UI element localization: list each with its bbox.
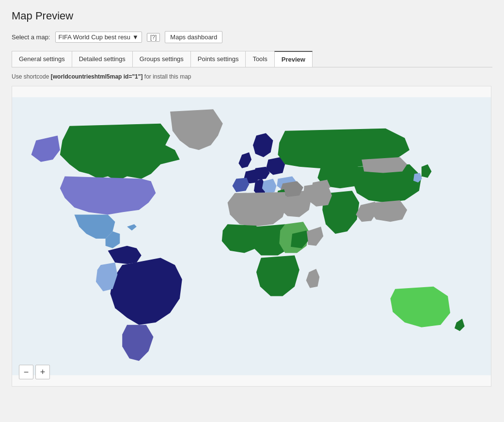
zoom-out-button[interactable]: − <box>19 365 33 379</box>
map-select-dropdown[interactable]: FIFA World Cup best resu ▼ <box>55 32 142 43</box>
map-container: − + <box>12 86 491 387</box>
tab-preview[interactable]: Preview <box>274 51 313 67</box>
zoom-controls: − + <box>19 365 50 379</box>
tab-tools[interactable]: Tools <box>245 51 274 67</box>
tab-points[interactable]: Points settings <box>190 51 246 67</box>
help-badge[interactable]: [?] <box>147 33 160 42</box>
tab-detailed[interactable]: Detailed settings <box>72 51 133 67</box>
shortcode-row: Use shortcode [worldcountrieshtml5map id… <box>12 73 492 80</box>
zoom-in-button[interactable]: + <box>35 365 50 379</box>
tabs-bar: General settings Detailed settings Group… <box>12 51 492 67</box>
tab-general[interactable]: General settings <box>12 51 72 67</box>
maps-dashboard-button[interactable]: Maps dashboard <box>165 31 222 43</box>
map-select-label: Select a map: <box>12 33 50 41</box>
page-title: Map Preview <box>12 10 492 22</box>
tab-groups[interactable]: Groups settings <box>132 51 191 67</box>
